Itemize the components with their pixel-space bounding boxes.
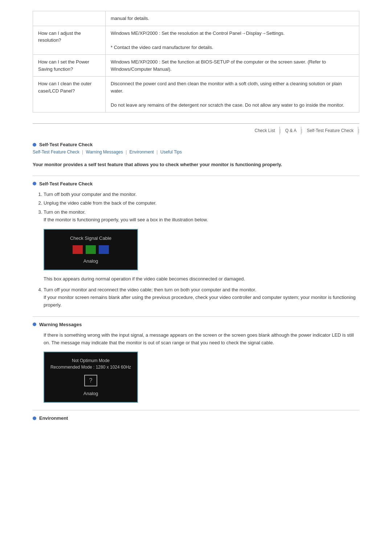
faq-answer-2: Windows ME/XP/2000 : Set the function at… — [106, 55, 359, 77]
blue-dot-4-icon — [33, 416, 36, 420]
warning-monitor-box: Not Optimum Mode Recommended Mode : 1280… — [44, 352, 138, 403]
nav-tabs: Check List | Q & A | Self-Test Feature C… — [33, 123, 359, 135]
blue-dot-3-icon — [33, 323, 36, 326]
warning-section: Warning Messages If there is something w… — [33, 322, 359, 403]
faq-question-1: How can I adjust the resolution? — [33, 26, 106, 55]
environment-section: Environment — [33, 415, 359, 421]
warning-box-bottom: Analog — [50, 391, 131, 396]
self-test-title-line: Self-Test Feature Check — [33, 181, 359, 186]
breadcrumb-warning[interactable]: Warning Messages — [86, 149, 123, 155]
divider-3 — [33, 410, 359, 410]
monitor-box-bottom: Analog — [50, 258, 131, 264]
divider-1 — [33, 176, 359, 176]
green-square — [86, 245, 96, 254]
page-title: Self-Test Feature Check — [39, 142, 93, 147]
faq-answer-1: Windows ME/XP/2000 : Set the resolution … — [106, 26, 359, 55]
monitor-signal-box: Check Signal Cable Analog — [44, 229, 138, 270]
page-title-line: Self-Test Feature Check — [33, 142, 359, 147]
blue-dot-icon — [33, 143, 36, 147]
after-box-text: This box appears during normal operation… — [44, 275, 359, 283]
blue-square — [99, 245, 109, 254]
tab-qa[interactable]: Q & A — [281, 127, 301, 135]
tab-checklist[interactable]: Check List — [250, 127, 280, 135]
warning-box-line2: Recommended Mode : 1280 x 1024 60Hz — [50, 365, 131, 370]
color-squares — [50, 245, 131, 254]
environment-section-title: Environment — [39, 415, 68, 421]
red-square — [73, 245, 83, 254]
faq-table: manual for details. How can I adjust the… — [33, 11, 359, 112]
self-test-section: Self-Test Feature Check Turn off both yo… — [33, 181, 359, 309]
steps-list: Turn off both your computer and the moni… — [44, 191, 359, 224]
faq-answer-0: manual for details. — [106, 11, 359, 26]
tab-self-test[interactable]: Self-Test Feature Check — [302, 127, 358, 135]
divider-2 — [33, 316, 359, 317]
faq-row-2: How can I set the Power Saving function?… — [33, 55, 359, 77]
step-2: Unplug the video cable from the back of … — [44, 200, 359, 207]
breadcrumb-useful-tips[interactable]: Useful Tips — [160, 149, 182, 155]
breadcrumb-environment[interactable]: Environment — [130, 149, 154, 155]
warning-box-line1: Not Optimum Mode — [50, 358, 131, 363]
blue-dot-2-icon — [33, 182, 36, 185]
warning-intro-text: If there is something wrong with the inp… — [44, 332, 359, 347]
faq-row-1: How can I adjust the resolution? Windows… — [33, 26, 359, 55]
step-4-list: Turn off your monitor and reconnect the … — [44, 286, 359, 309]
warning-title-line: Warning Messages — [33, 322, 359, 327]
breadcrumb: Self-Test Feature Check | Warning Messag… — [33, 149, 359, 155]
faq-row-0: manual for details. — [33, 11, 359, 26]
self-test-section-title: Self-Test Feature Check — [39, 181, 93, 186]
faq-question-0 — [33, 11, 106, 26]
step-4: Turn off your monitor and reconnect the … — [44, 286, 359, 309]
faq-row-3: How can I clean the outer case/LCD Panel… — [33, 77, 359, 112]
faq-question-2: How can I set the Power Saving function? — [33, 55, 106, 77]
environment-title-line: Environment — [33, 415, 359, 421]
faq-question-3: How can I clean the outer case/LCD Panel… — [33, 77, 106, 112]
step-3: Turn on the monitor. If the monitor is f… — [44, 209, 359, 224]
step-1: Turn off both your computer and the moni… — [44, 191, 359, 198]
monitor-box-title: Check Signal Cable — [50, 235, 131, 241]
warning-section-title: Warning Messages — [39, 322, 82, 327]
faq-answer-3: Disconnect the power cord and then clean… — [106, 77, 359, 112]
intro-text: Your monitor provides a self test featur… — [33, 161, 359, 168]
warning-box-question: ? — [84, 375, 97, 386]
breadcrumb-self-test[interactable]: Self-Test Feature Check — [33, 149, 79, 155]
